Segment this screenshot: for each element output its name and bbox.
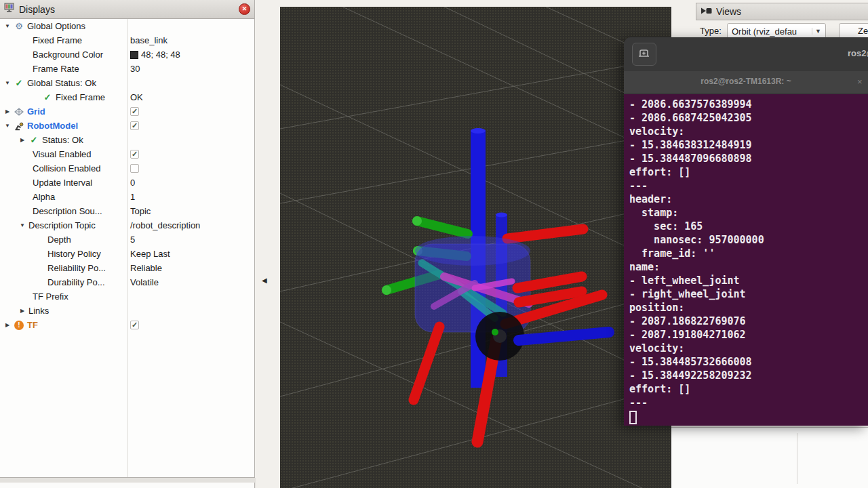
tree-row-left: ▼RobotModel: [0, 119, 78, 133]
checkbox-unchecked[interactable]: [130, 164, 139, 173]
expand-arrow-icon[interactable]: ▶: [3, 108, 12, 115]
grid-icon: [12, 107, 26, 117]
checkbox-checked[interactable]: ✓: [130, 121, 139, 130]
property-label: Collision Enabled: [31, 163, 100, 174]
views-list[interactable]: [671, 427, 868, 488]
collapse-arrow-icon[interactable]: ▼: [3, 123, 12, 129]
property-value[interactable]: 5: [130, 235, 135, 245]
terminal-tab-bar[interactable]: ros2@ros2-TM1613R: ~ ×: [624, 71, 868, 94]
tree-row[interactable]: Frame Rate30: [0, 62, 254, 76]
terminal-line: effort: []: [629, 382, 868, 396]
tree-row[interactable]: ▶✓Status: Ok: [0, 133, 254, 147]
tree-row-left: Description Sou...: [0, 204, 102, 218]
collapse-handle-icon[interactable]: ◀: [262, 277, 267, 284]
expand-arrow-icon[interactable]: ▶: [18, 308, 27, 314]
collapse-arrow-icon[interactable]: ▼: [3, 23, 12, 29]
terminal-output[interactable]: - 2086.6637576389994- 2086.6687425042305…: [624, 94, 868, 426]
tree-row[interactable]: Reliability Po...Reliable: [0, 261, 254, 275]
displays-tree: ▼⚙︎Global OptionsFixed Framebase_linkBac…: [0, 19, 254, 332]
collapse-arrow-icon[interactable]: ▼: [3, 80, 12, 86]
property-value-cell: 1: [130, 190, 135, 204]
property-value[interactable]: 0: [130, 178, 135, 188]
property-label: History Policy: [46, 249, 101, 259]
tree-row[interactable]: TF Prefix: [0, 289, 254, 304]
terminal-tab-title[interactable]: ros2@ros2-TM1613R: ~: [624, 77, 868, 86]
property-value-cell: 5: [130, 232, 135, 247]
lower-panel-edge: [0, 483, 255, 488]
property-value-cell: 30: [130, 62, 140, 76]
property-value[interactable]: Reliable: [130, 263, 162, 273]
tree-row[interactable]: Alpha1: [0, 190, 254, 204]
displays-icon: [4, 3, 15, 16]
property-value-cell: Volatile: [130, 275, 159, 289]
property-value[interactable]: 48; 48; 48: [141, 49, 180, 60]
views-panel-header[interactable]: Views: [696, 3, 868, 20]
tree-row[interactable]: Durability Po...Volatile: [0, 275, 254, 289]
property-label: Background Color: [31, 49, 103, 60]
expand-arrow-icon[interactable]: ▶: [3, 322, 12, 328]
terminal-line: frame_id: '': [629, 247, 868, 260]
color-swatch[interactable]: [130, 51, 138, 59]
tree-row[interactable]: ▶Links: [0, 304, 254, 318]
displays-panel-header[interactable]: Displays ✕: [0, 0, 254, 19]
tree-row[interactable]: Description Sou...Topic: [0, 204, 254, 218]
tree-row-left: Alpha: [0, 190, 55, 204]
checkbox-checked[interactable]: ✓: [130, 150, 139, 159]
tree-row-left: Reliability Po...: [0, 261, 106, 275]
tree-row-left: ▶Links: [0, 304, 49, 318]
robot-icon: [12, 121, 26, 131]
panel-splitter[interactable]: ◀: [256, 0, 280, 488]
tree-row[interactable]: Background Color48; 48; 48: [0, 47, 254, 62]
property-value[interactable]: 1: [130, 192, 135, 202]
tree-row[interactable]: ✓Fixed FrameOK: [0, 90, 254, 104]
terminal-line: ---: [629, 179, 868, 192]
tree-row-left: Fixed Frame: [0, 33, 82, 47]
viewport-canvas: [280, 7, 671, 488]
tree-row[interactable]: Depth5: [0, 232, 254, 247]
checkbox-checked[interactable]: ✓: [130, 321, 139, 329]
close-panel-button[interactable]: ✕: [239, 3, 250, 15]
tree-row[interactable]: ▶!TF✓: [0, 318, 254, 332]
property-value-cell: ✓: [130, 318, 139, 332]
tree-row[interactable]: Visual Enabled✓: [0, 147, 254, 161]
collapse-arrow-icon[interactable]: ▼: [18, 222, 27, 228]
tree-row[interactable]: ▶Grid✓: [0, 104, 254, 119]
tree-row-left: ▶✓Status: Ok: [0, 133, 83, 147]
terminal-line: stamp:: [629, 206, 868, 220]
property-value[interactable]: Volatile: [130, 277, 159, 287]
tree-row[interactable]: Collision Enabled: [0, 161, 254, 176]
property-label: Fixed Frame: [54, 92, 105, 102]
robot-model: [382, 128, 609, 442]
tree-row[interactable]: ▼Description Topic/robot_description: [0, 218, 254, 232]
property-value[interactable]: Topic: [130, 206, 151, 216]
property-label: Global Status: Ok: [26, 78, 96, 88]
tab-close-icon[interactable]: ×: [857, 77, 863, 87]
property-value[interactable]: 30: [130, 64, 140, 74]
render-panel-3d[interactable]: [280, 7, 671, 488]
property-value-cell: OK: [130, 90, 143, 104]
property-value[interactable]: /robot_description: [130, 220, 200, 230]
property-value[interactable]: OK: [130, 92, 143, 102]
property-value[interactable]: base_link: [130, 35, 167, 45]
expand-arrow-icon[interactable]: ▶: [18, 137, 27, 143]
tree-row[interactable]: History PolicyKeep Last: [0, 247, 254, 261]
tree-row-left: Depth: [0, 232, 71, 247]
property-label: Description Topic: [27, 220, 96, 230]
new-tab-button[interactable]: [632, 43, 656, 66]
property-value-cell: Keep Last: [130, 247, 170, 261]
property-value[interactable]: Keep Last: [130, 249, 170, 259]
terminal-titlebar[interactable]: ros2@ros2-TM1613R: ~: [624, 37, 868, 71]
terminal-line: - right_wheel_joint: [629, 287, 868, 301]
tree-row-left: ✓Fixed Frame: [0, 90, 105, 104]
tree-row[interactable]: Fixed Framebase_link: [0, 33, 254, 47]
checkbox-checked[interactable]: ✓: [130, 107, 139, 116]
property-value-cell: ✓: [130, 104, 139, 119]
property-label: Update Interval: [31, 178, 92, 188]
tree-row[interactable]: ▼✓Global Status: Ok: [0, 76, 254, 90]
tree-row[interactable]: Update Interval0: [0, 176, 254, 190]
tree-row[interactable]: ▼RobotModel✓: [0, 119, 254, 133]
tree-row[interactable]: ▼⚙︎Global Options: [0, 19, 254, 33]
terminal-line: velocity:: [629, 342, 868, 355]
property-label: TF: [26, 320, 38, 330]
terminal-window[interactable]: ros2@ros2-TM1613R: ~ ros2@ros2-TM1613R: …: [624, 37, 868, 426]
